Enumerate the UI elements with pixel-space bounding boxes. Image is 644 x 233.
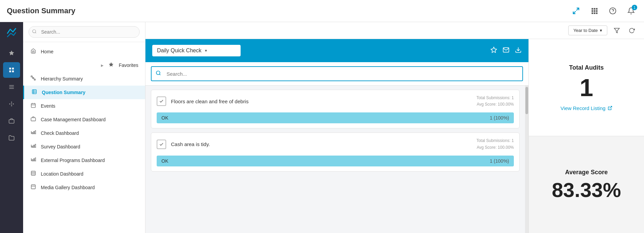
svg-line-34 — [34, 78, 34, 79]
svg-rect-49 — [32, 146, 33, 147]
nav-search-icon — [32, 29, 37, 35]
search-bar-input[interactable] — [165, 68, 522, 80]
sidebar-item-question-summary[interactable]: Question Summary — [23, 86, 145, 99]
nav-search-input[interactable] — [29, 26, 140, 38]
ok-count-2: 1 (100%) — [490, 158, 509, 164]
svg-line-28 — [35, 32, 36, 33]
sidebar-label-survey-dashboard: Survey Dashboard — [41, 144, 80, 149]
question-check-icon-2 — [157, 140, 166, 149]
search-bar-area — [145, 62, 528, 86]
expand-icon-favorites: ▶ — [101, 64, 104, 67]
svg-point-22 — [11, 104, 12, 105]
year-to-date-label: Year to Date — [573, 28, 598, 33]
search-bar-icon — [152, 67, 165, 80]
svg-marker-13 — [9, 51, 14, 55]
svg-rect-45 — [32, 132, 33, 134]
question-card-header-1: Floors are clean and free of debris Tota… — [151, 90, 519, 112]
svg-point-64 — [156, 71, 160, 75]
svg-rect-8 — [592, 13, 593, 14]
question-text-2: Cash area is tidy. — [171, 141, 210, 147]
sidebar-icon-dots[interactable] — [3, 96, 20, 112]
favorites-icon — [108, 62, 115, 69]
svg-marker-61 — [614, 28, 620, 33]
notification-icon[interactable]: 1 — [625, 5, 637, 17]
sidebar-item-location-dashboard[interactable]: Location Dashboard — [23, 167, 145, 181]
form-dropdown-label: Daily Quick Check — [157, 48, 202, 54]
svg-rect-17 — [12, 71, 14, 72]
right-panel-total-audits: Total Audits 1 View Record Listing — [529, 39, 644, 136]
year-to-date-button[interactable]: Year to Date ▾ — [568, 25, 607, 35]
svg-rect-16 — [9, 71, 11, 72]
sidebar-item-favorites[interactable]: ▶ Favorites — [23, 58, 145, 72]
question-meta-1: Total Submissions: 1 Avg Score: 100.00% — [476, 95, 514, 108]
ok-label-2: OK — [161, 158, 168, 164]
svg-point-23 — [11, 105, 12, 106]
total-submissions-1: Total Submissions: 1 — [476, 95, 514, 101]
svg-rect-4 — [596, 8, 598, 10]
sidebar-item-survey-dashboard[interactable]: Survey Dashboard — [23, 140, 145, 154]
ok-label-1: OK — [161, 115, 168, 121]
svg-point-21 — [11, 102, 12, 103]
bookmark-icon[interactable] — [570, 5, 582, 17]
svg-rect-46 — [34, 131, 35, 134]
logo-icon[interactable] — [3, 25, 20, 41]
right-panel: Total Audits 1 View Record Listing Avera… — [528, 39, 644, 233]
svg-rect-9 — [594, 13, 595, 14]
svg-rect-59 — [31, 185, 35, 189]
view-record-label: View Record Listing — [560, 105, 605, 111]
view-record-link[interactable]: View Record Listing — [560, 105, 612, 111]
sidebar-item-check-dashboard[interactable]: Check Dashboard — [23, 126, 145, 140]
ok-bar-2: OK 1 (100%) — [157, 156, 514, 166]
sidebar-label-question-summary: Question Summary — [42, 90, 85, 95]
refresh-icon[interactable] — [626, 25, 637, 36]
svg-rect-15 — [12, 68, 14, 69]
sidebar-item-hierarchy-summary[interactable]: Hierarchy Summary — [23, 72, 145, 86]
scroll-track[interactable] — [525, 86, 528, 233]
sidebar-item-case-mgmt[interactable]: Case Management Dashboard — [23, 113, 145, 126]
svg-point-27 — [33, 30, 36, 33]
form-dropdown[interactable]: Daily Quick Check ▾ — [152, 45, 241, 56]
avg-score-1: Avg Score: 100.00% — [476, 101, 514, 108]
sidebar-icon-star[interactable] — [3, 45, 20, 61]
mail-action-icon[interactable] — [503, 47, 509, 55]
sidebar-item-external-programs[interactable]: External Programs Dashboard — [23, 154, 145, 167]
sidebar-icon-folder[interactable] — [3, 130, 20, 146]
star-action-icon[interactable] — [490, 47, 497, 55]
right-panel-avg-score: Average Score 83.33% — [529, 136, 644, 233]
help-icon[interactable] — [607, 5, 619, 17]
question-card-header-2: Cash area is tidy. Total Submissions: 1 … — [151, 133, 519, 155]
nav-menu: Home ▶ Favorites Hierarchy — [23, 42, 145, 233]
svg-marker-62 — [491, 47, 497, 52]
sidebar-icon-briefcase[interactable] — [3, 113, 20, 129]
main-content: Year to Date ▾ Daily Quick — [145, 22, 644, 233]
grid-icon[interactable] — [588, 5, 601, 17]
svg-rect-10 — [596, 13, 598, 14]
svg-marker-29 — [109, 62, 114, 67]
sidebar-icon-list[interactable] — [3, 79, 20, 95]
nav-search-wrapper — [29, 26, 140, 38]
download-action-icon[interactable] — [515, 47, 522, 55]
avg-score-label: Average Score — [565, 169, 608, 176]
header-actions: 1 — [570, 5, 637, 17]
question-bar-area-2: OK 1 (100%) — [151, 156, 519, 171]
check-dashboard-icon — [30, 130, 37, 137]
svg-rect-51 — [35, 144, 36, 147]
filter-icon[interactable] — [611, 25, 622, 36]
sidebar-item-events[interactable]: Events — [23, 99, 145, 113]
svg-rect-2 — [592, 8, 593, 10]
subheader: Year to Date ▾ — [145, 22, 644, 39]
form-dropdown-arrow: ▾ — [205, 48, 207, 53]
sidebar-label-location-dashboard: Location Dashboard — [41, 171, 83, 177]
sidebar-label-hierarchy: Hierarchy Summary — [41, 76, 83, 82]
nav-sidebar: Home ▶ Favorites Hierarchy — [23, 22, 145, 233]
sidebar-label-external-programs: External Programs Dashboard — [41, 158, 105, 163]
svg-rect-7 — [596, 10, 598, 12]
sidebar-icon-dashboard[interactable] — [3, 62, 20, 78]
sidebar-item-media-gallery[interactable]: Media Gallery Dashboard — [23, 181, 145, 194]
notification-badge: 1 — [632, 5, 637, 10]
svg-point-25 — [13, 104, 14, 105]
svg-rect-14 — [9, 68, 11, 69]
avg-score-value: 83.33% — [552, 180, 621, 200]
svg-line-33 — [32, 76, 33, 78]
sidebar-item-home[interactable]: Home — [23, 45, 145, 58]
